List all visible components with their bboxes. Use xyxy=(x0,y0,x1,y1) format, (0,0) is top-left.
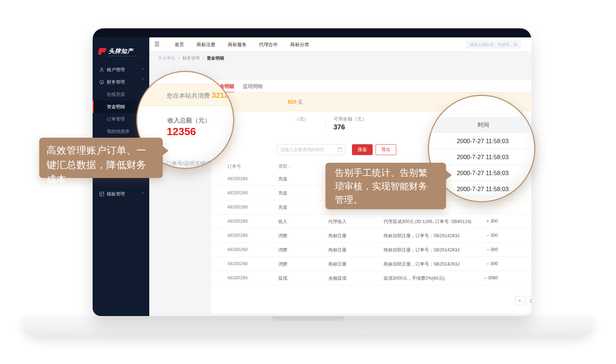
calendar-icon[interactable] xyxy=(337,147,342,152)
brand-name: 头牌知产 xyxy=(109,48,133,55)
callout-right: 告别手工统计、告别繁琐审核，实现智能财务管理。 xyxy=(325,163,446,209)
tab-withdraw-detail[interactable]: 提现明细 xyxy=(243,83,263,93)
cell-order: 48330268 xyxy=(227,261,248,266)
cell-project: 商标注册 xyxy=(328,261,346,267)
cell-project: 商标注册 xyxy=(328,233,346,239)
breadcrumb: 个人中心>财务管理>资金明细 xyxy=(158,52,224,65)
cell-type: 充值 xyxy=(278,205,287,211)
breadcrumb-item[interactable]: 资金明细 xyxy=(207,55,224,61)
table-row: 48330268消费商标注册商标自助注册，订单号：SB2514263J– 300… xyxy=(211,228,531,243)
cell-order: 48330268 xyxy=(227,275,248,280)
callout-left: 高效管理账户订单、一键汇总数据，降低财务成本 xyxy=(39,138,163,178)
nav-item-3[interactable]: 代理合作 xyxy=(259,41,278,48)
cell-type: 消费 xyxy=(278,247,287,253)
sidebar-item-finance[interactable]: 财务管理 ⌃ xyxy=(93,76,149,88)
stat-middle-label-fragment: （元） xyxy=(295,116,309,122)
table-row: 48330268收入代理收入代理提成300元 (ID:1245, 订单号: SB… xyxy=(211,214,531,228)
nav-item-4[interactable]: 商标分类 xyxy=(290,41,309,48)
brand-logo[interactable]: 头牌知产 xyxy=(98,48,133,55)
cell-order: 48330268 xyxy=(227,190,248,195)
cell-type: 充值 xyxy=(278,190,287,197)
top-navbar: ☰ 首页商标注册商标服务代理合作商标分类 xyxy=(149,37,531,52)
col-type[interactable]: 类型⌄ xyxy=(278,163,291,170)
cell-amount: – 3060 xyxy=(456,275,498,280)
chevron-up-icon: ⌃ xyxy=(141,77,145,83)
nav-item-2[interactable]: 商标服务 xyxy=(228,41,247,48)
cell-amount: – 300 xyxy=(456,233,498,238)
cell-amount: – 300 xyxy=(456,261,498,266)
brand-logo-icon xyxy=(98,48,107,55)
cell-balance: ¥ 12231 xyxy=(506,247,531,252)
available-balance-value: 376 xyxy=(333,123,345,131)
lens-income-value: 12356 xyxy=(167,126,196,138)
sidebar-item-label: 财务管理 xyxy=(107,79,125,85)
sidebar-item-template[interactable]: 模板管理 ⌄ xyxy=(93,188,149,200)
date-query-input[interactable] xyxy=(276,144,345,155)
callout-tail xyxy=(445,170,457,180)
table-row: 48330268消费商标注册商标自助注册，订单号：SB2514263J– 300… xyxy=(211,257,531,271)
lens-banner: 您在本站共消费 32124 元 xyxy=(136,84,234,106)
breadcrumb-item: 财务管理 xyxy=(182,55,200,61)
breadcrumb-separator: > xyxy=(178,56,180,61)
export-button[interactable]: 导出 xyxy=(376,144,396,155)
screen-bezel xyxy=(93,28,531,37)
laptop-notch xyxy=(272,315,344,321)
callout-tail xyxy=(162,146,174,156)
cell-project: 余额提现 xyxy=(328,275,346,282)
trademark-search-input[interactable] xyxy=(466,40,521,49)
cell-type: 收入 xyxy=(278,219,287,225)
sidebar-item-account[interactable]: 账户管理 ⌄ xyxy=(93,64,149,76)
cell-order: 48330268 xyxy=(227,233,248,238)
template-icon xyxy=(99,191,104,197)
user-icon xyxy=(99,67,104,72)
lens-income-label: 收入总额（元） xyxy=(167,116,211,125)
table-row: 48330268消费商标注册商标自助注册，订单号：SB2514263J– 300… xyxy=(211,243,531,257)
available-balance-label: 可用余额（元） xyxy=(333,116,366,122)
banner-text-fragment: 820 元 xyxy=(288,99,303,105)
cell-type: 充值 xyxy=(278,176,287,182)
cell-balance: ¥ 12231 xyxy=(506,233,531,238)
cell-balance: ¥ 12231 xyxy=(506,219,531,224)
breadcrumb-item: 个人中心 xyxy=(158,55,175,61)
lens-time-header: 时间 xyxy=(428,117,535,133)
nav-item-0[interactable]: 首页 xyxy=(175,41,184,48)
cell-desc: 商标自助注册，订单号：SB2514263J xyxy=(384,247,459,253)
page-prev-button[interactable]: < xyxy=(515,296,524,306)
top-nav-menu: 首页商标注册商标服务代理合作商标分类 xyxy=(175,37,309,52)
cell-order: 48330268 xyxy=(227,219,248,224)
sidebar-item-label: 模板管理 xyxy=(107,191,125,197)
table-row: 48330268提现余额提现提现3000元，手续费2%(60元)– 3060¥ … xyxy=(211,271,531,285)
stage: 头牌知产 账户管理 ⌄ 财务管理 ⌃ 在线充值资金明细订单管理我的优惠券我的发票 xyxy=(0,0,616,364)
page-button-1[interactable]: 1 xyxy=(526,296,531,306)
cell-project: 商标注册 xyxy=(328,247,346,253)
caret-icon: ⌄ xyxy=(288,165,291,169)
cell-type: 提现 xyxy=(278,275,287,282)
cell-amount: – 300 xyxy=(456,247,498,252)
pagination: <12345 xyxy=(515,296,531,306)
cell-order: 48330268 xyxy=(227,176,248,181)
laptop-base xyxy=(23,315,593,335)
cell-balance: ¥ 12231 xyxy=(506,261,531,266)
cell-order: 48330268 xyxy=(227,247,248,252)
lens-banner-text: 您在本站共消费 32124 元 xyxy=(167,91,234,100)
hamburger-icon[interactable]: ☰ xyxy=(154,41,159,48)
lens-time-row: 2000-7-27 11:58:03 xyxy=(429,133,535,149)
cell-order: 48330268 xyxy=(227,205,248,210)
search-button[interactable]: 搜索 xyxy=(352,144,373,155)
col-order: 订单号 xyxy=(227,163,241,170)
banner-amount-fragment: 820 xyxy=(288,99,296,105)
cell-type: 消费 xyxy=(278,261,287,267)
stat-divider xyxy=(325,115,326,132)
callout-right-text: 告别手工统计、告别繁琐审核，实现智能财务管理。 xyxy=(335,167,427,205)
nav-item-1[interactable]: 商标注册 xyxy=(196,41,215,48)
chevron-down-icon: ⌄ xyxy=(141,189,145,195)
chevron-down-icon: ⌄ xyxy=(141,65,145,70)
sidebar-item-label: 账户管理 xyxy=(107,67,125,73)
cell-desc: 商标自助注册，订单号：SB2514263J xyxy=(384,261,459,267)
cell-project: 代理收入 xyxy=(328,219,346,225)
cell-amount: + 300 xyxy=(456,219,498,224)
cell-desc: 商标自助注册，订单号：SB2514263J xyxy=(384,233,459,239)
breadcrumb-separator: > xyxy=(202,56,204,61)
cell-balance: ¥ 12231 xyxy=(506,275,531,280)
cell-type: 消费 xyxy=(278,233,287,239)
